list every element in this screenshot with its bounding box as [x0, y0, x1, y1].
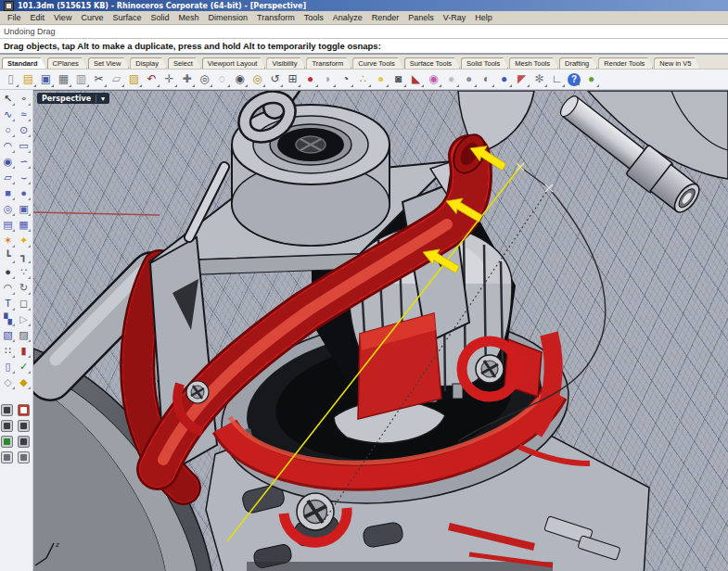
- cap-holes-icon[interactable]: ◇: [1, 375, 15, 389]
- lamp-icon[interactable]: ●: [373, 71, 390, 88]
- turret-part[interactable]: [232, 105, 390, 246]
- help-icon[interactable]: ?: [568, 73, 581, 86]
- grasshopper-icon[interactable]: ●: [583, 71, 600, 88]
- zoom-window-icon[interactable]: ◌: [214, 71, 231, 88]
- vray-frame-buffer-icon[interactable]: [1, 420, 13, 432]
- shaded-viewport-icon[interactable]: ◣: [408, 71, 425, 88]
- interpolate-curve-icon[interactable]: ≈: [17, 108, 31, 121]
- tab-curve-tools[interactable]: Curve Tools: [352, 57, 402, 69]
- menu-mesh[interactable]: Mesh: [173, 12, 203, 23]
- tab-render-tools[interactable]: Render Tools: [598, 57, 653, 69]
- menu-edit[interactable]: Edit: [26, 12, 50, 23]
- screw-left[interactable]: [186, 381, 209, 403]
- tab-viewport-layout[interactable]: Viewport Layout: [202, 57, 266, 69]
- render-sphere-shadow-icon[interactable]: ●: [461, 71, 478, 88]
- extrude-icon[interactable]: ▤: [1, 218, 15, 232]
- ellipse-icon[interactable]: ⊙: [17, 123, 31, 137]
- sweep-icon[interactable]: ◆: [17, 375, 31, 389]
- fillet-solid-icon[interactable]: ●: [1, 265, 15, 279]
- tab-mesh-tools[interactable]: Mesh Tools: [509, 57, 558, 69]
- point-cloud-icon[interactable]: ∵: [17, 265, 31, 279]
- render-sphere-ground-icon[interactable]: ◐: [479, 71, 495, 88]
- drape-icon[interactable]: ▧: [1, 328, 15, 342]
- menu-analyze[interactable]: Analyze: [328, 12, 367, 23]
- surface-from-points-icon[interactable]: ▱: [1, 171, 15, 184]
- record-history-icon[interactable]: ◔: [338, 71, 354, 88]
- select-icon[interactable]: ↖: [1, 92, 15, 106]
- sphere-icon[interactable]: ●: [17, 186, 31, 200]
- copy-object-icon[interactable]: ▯: [1, 360, 15, 374]
- zoom-dynamic-icon[interactable]: ◎: [197, 71, 213, 88]
- tab-display[interactable]: Display: [130, 57, 167, 69]
- vray-options-icon[interactable]: [1, 436, 13, 448]
- menu-transform[interactable]: Transform: [252, 12, 300, 23]
- vray-extra-button-1-icon[interactable]: [1, 451, 13, 463]
- render-icon[interactable]: ●: [302, 71, 319, 88]
- tab-set-view[interactable]: Set View: [88, 57, 129, 69]
- vray-extra-button-2-icon[interactable]: [18, 451, 30, 463]
- command-prompt-input[interactable]: Drag objects, tap Alt to make a duplicat…: [0, 39, 728, 55]
- curve-blend-icon[interactable]: ◠: [1, 281, 15, 295]
- undo-view-change-icon[interactable]: ↺: [267, 71, 284, 88]
- surface-loft-icon[interactable]: ⌣: [17, 171, 31, 184]
- hatch-icon[interactable]: ▨: [17, 328, 31, 342]
- viewport-layout-icon[interactable]: ⊞: [285, 71, 301, 88]
- explode-icon[interactable]: ✦: [17, 234, 31, 247]
- viewport-perspective[interactable]: z y Perspective ▾: [33, 90, 728, 571]
- array-icon[interactable]: ▷: [17, 312, 31, 326]
- helix-icon[interactable]: ∽: [17, 155, 31, 169]
- polyline-icon[interactable]: ∟: [549, 71, 566, 88]
- vray-toolbar-icon[interactable]: [18, 436, 30, 448]
- render-sphere-white-icon[interactable]: ●: [443, 71, 460, 88]
- options-icon[interactable]: ✻: [531, 71, 548, 88]
- new-file-icon[interactable]: ▯: [3, 71, 19, 88]
- vray-render-icon[interactable]: [1, 404, 13, 416]
- pan-view-icon[interactable]: ✛: [161, 71, 178, 88]
- copy-icon[interactable]: ▱: [109, 71, 125, 88]
- tab-drafting[interactable]: Drafting: [559, 57, 597, 69]
- cut-icon[interactable]: ✂: [91, 71, 108, 88]
- vray-material-editor-icon[interactable]: [18, 420, 30, 432]
- tab-select[interactable]: Select: [168, 57, 201, 69]
- zoom-selected-icon[interactable]: ◉: [232, 71, 249, 88]
- menu-curve[interactable]: Curve: [76, 12, 108, 23]
- render-preview-icon[interactable]: ◗: [320, 71, 337, 88]
- point-icon[interactable]: ∘: [17, 92, 31, 106]
- command-history-line[interactable]: Undoing Drag: [0, 25, 728, 39]
- tab-solid-tools[interactable]: Solid Tools: [461, 57, 508, 69]
- menu-tools[interactable]: Tools: [300, 12, 328, 23]
- join-icon[interactable]: ┗: [1, 249, 15, 263]
- viewport-dropdown-arrow[interactable]: ▾: [101, 95, 105, 103]
- menu-surface[interactable]: Surface: [108, 12, 146, 23]
- save-icon[interactable]: ▣: [38, 71, 55, 88]
- menu-dimension[interactable]: Dimension: [203, 12, 252, 23]
- menu-panels[interactable]: Panels: [403, 12, 439, 23]
- boolean-union-icon[interactable]: ✶: [1, 234, 15, 247]
- lock-icon[interactable]: ◙: [390, 71, 407, 88]
- rotate-icon[interactable]: ↻: [17, 281, 31, 295]
- menu-solid[interactable]: Solid: [146, 12, 173, 23]
- tab-new-in-v5[interactable]: New in V5: [654, 57, 699, 69]
- menu-file[interactable]: File: [3, 12, 26, 23]
- box-icon[interactable]: ■: [1, 186, 15, 200]
- screw-right[interactable]: [476, 355, 504, 383]
- screw-bottom[interactable]: [297, 493, 334, 530]
- column-icon[interactable]: ▮: [17, 344, 31, 358]
- move-icon[interactable]: ✚: [179, 71, 196, 88]
- print-icon[interactable]: ▦: [56, 71, 72, 88]
- tab-surface-tools[interactable]: Surface Tools: [404, 57, 460, 69]
- solid-group-icon[interactable]: ▣: [17, 202, 31, 216]
- tab-cplanes[interactable]: CPlanes: [47, 57, 87, 69]
- control-point-curve-icon[interactable]: ∿: [1, 108, 15, 121]
- rendered-viewport-icon[interactable]: ◉: [426, 71, 442, 88]
- object-snap-icon[interactable]: ∴: [355, 71, 372, 88]
- menu-render[interactable]: Render: [367, 12, 404, 23]
- menu-help[interactable]: Help: [470, 12, 497, 23]
- viewport-title-label[interactable]: Perspective ▾: [37, 93, 109, 104]
- annotation-dot-icon[interactable]: ◻: [17, 297, 31, 311]
- vray-render-region-icon[interactable]: [18, 404, 30, 416]
- tab-transform[interactable]: Transform: [306, 57, 351, 69]
- grid-points-icon[interactable]: ∷: [1, 344, 15, 358]
- tab-visibility[interactable]: Visibility: [266, 57, 305, 69]
- circle-icon[interactable]: ○: [1, 123, 15, 137]
